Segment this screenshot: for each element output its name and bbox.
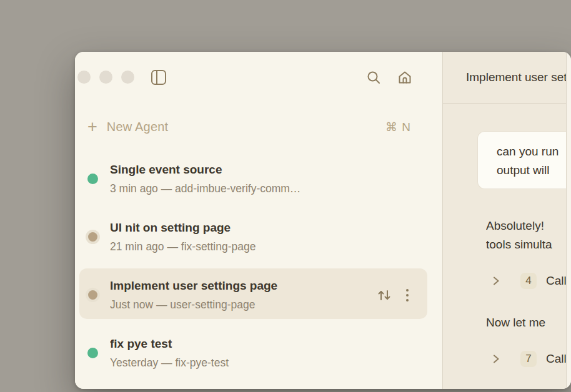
agent-row-implement-user-settings[interactable]: Implement user settings page Just now — …: [75, 266, 442, 324]
home-icon[interactable]: [397, 70, 412, 85]
agent-row-text: UI nit on setting page 21 min ago — fix-…: [110, 218, 427, 256]
chat-panel: Implement user settings page can you run…: [443, 52, 566, 389]
tool-call-label: Call: [546, 274, 566, 288]
search-icon[interactable]: [366, 70, 381, 85]
agent-subtitle: 21 min ago — fix-setting-page: [110, 237, 427, 256]
tool-call-label: Call: [546, 352, 566, 366]
sort-arrows-icon[interactable]: [376, 288, 392, 303]
assistant-message: Absolutely! tools simulta: [486, 217, 566, 254]
status-done-dot-icon: [87, 348, 98, 358]
agent-list: Single event source 3 min ago — add-imbu…: [75, 150, 442, 382]
agent-subtitle: 3 min ago — add-imbue-verify-comm…: [110, 179, 427, 198]
status-working-dot-icon: [88, 232, 97, 242]
sidebar-toggle-icon[interactable]: [151, 70, 166, 85]
assistant-line-3: Now let me: [486, 313, 566, 332]
agent-subtitle: Yesterday — fix-pye-test: [110, 353, 427, 372]
status-done-dot-icon: [87, 174, 98, 184]
plus-icon: +: [87, 118, 97, 135]
agent-row-fix-pye-test[interactable]: fix pye test Yesterday — fix-pye-test: [75, 324, 442, 382]
agent-title: fix pye test: [110, 335, 427, 353]
agent-row-single-event-source[interactable]: Single event source 3 min ago — add-imbu…: [75, 150, 442, 208]
status-working-dot-icon: [88, 290, 97, 300]
kebab-menu-icon[interactable]: [405, 288, 410, 303]
tool-call-count-badge: 7: [520, 351, 537, 367]
assistant-line-1: Absolutely!: [486, 217, 566, 235]
sidebar-toggle-divider: [156, 71, 157, 84]
agent-row-text: fix pye test Yesterday — fix-pye-test: [110, 335, 427, 372]
new-agent-label: New Agent: [107, 120, 169, 134]
app-window: + New Agent ⌘ N Single event source 3 mi…: [75, 52, 571, 389]
new-agent-button[interactable]: + New Agent ⌘ N: [87, 117, 411, 137]
zoom-window-button[interactable]: [121, 71, 134, 84]
minimize-window-button[interactable]: [99, 71, 112, 84]
agent-title: Single event source: [110, 160, 427, 179]
agent-row-ui-nit[interactable]: UI nit on setting page 21 min ago — fix-…: [75, 208, 442, 266]
agent-row-actions: [376, 288, 410, 303]
agent-row-text: Implement user settings page Just now — …: [110, 277, 376, 314]
status-dot-column: [87, 290, 110, 300]
right-edge-pane: [566, 52, 571, 389]
traffic-lights: [77, 71, 134, 84]
tool-calls-group-2[interactable]: 7 Call: [490, 350, 566, 368]
assistant-line-2: tools simulta: [486, 235, 566, 254]
user-message-line-2: output will: [497, 161, 566, 180]
agent-subtitle: Just now — user-setting-page: [110, 295, 376, 314]
status-dot-column: [87, 232, 110, 242]
agent-row-text: Single event source 3 min ago — add-imbu…: [110, 160, 427, 198]
assistant-message-2: Now let me: [486, 313, 566, 332]
chevron-right-icon[interactable]: [490, 275, 502, 287]
user-message-line-1: can you run: [497, 142, 566, 161]
new-agent-shortcut: ⌘ N: [385, 120, 411, 134]
agent-title: UI nit on setting page: [110, 218, 427, 237]
user-message-bubble: can you run output will: [477, 131, 566, 189]
chat-title: Implement user settings page: [466, 71, 566, 84]
tool-call-count-badge: 4: [520, 273, 537, 289]
sidebar: + New Agent ⌘ N Single event source 3 mi…: [75, 52, 442, 389]
close-window-button[interactable]: [77, 71, 91, 84]
status-dot-column: [87, 174, 110, 184]
status-dot-column: [87, 348, 110, 358]
agent-title: Implement user settings page: [110, 277, 376, 295]
chevron-right-icon[interactable]: [490, 353, 502, 365]
chat-header: Implement user settings page: [443, 52, 566, 104]
tool-calls-group-1[interactable]: 4 Call: [490, 272, 566, 290]
chat-body: can you run output will Absolutely! tool…: [443, 104, 566, 389]
